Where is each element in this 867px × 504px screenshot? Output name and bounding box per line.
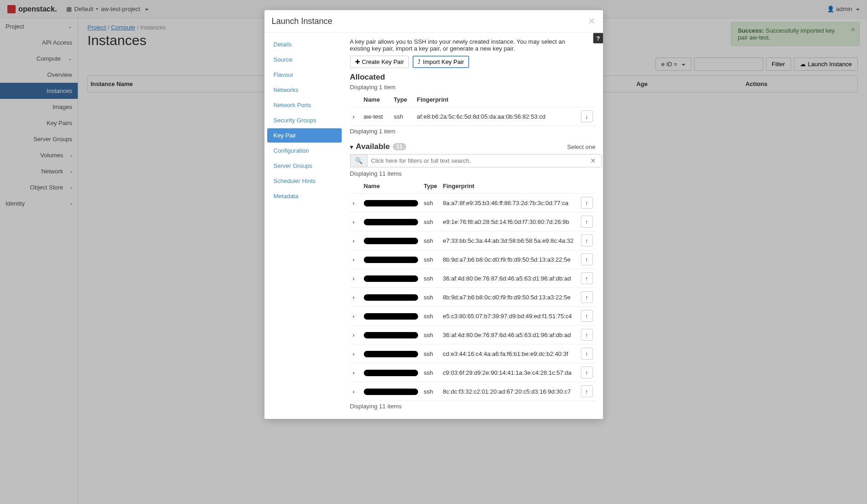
- allocated-table: NameTypeFingerprint ›aw-testsshaf:e8:b6:…: [350, 92, 596, 126]
- select-one-label: Select one: [567, 143, 595, 150]
- keypair-name: [361, 307, 421, 326]
- keypair-type: ssh: [421, 344, 440, 363]
- available-row: ›ssh8b:9d:a7:b6:b8:0c:d0:f9:fb:d9:50:5d:…: [350, 250, 596, 269]
- chevron-right-icon[interactable]: ›: [353, 113, 358, 120]
- keypair-fingerprint: 36:af:4d:80:0e:76:87:6d:46:a5:63:d1:96:a…: [440, 269, 577, 288]
- wizard-step-key-pair[interactable]: Key Pair: [267, 128, 342, 143]
- chevron-right-icon[interactable]: ›: [353, 369, 358, 376]
- wizard-step-networks[interactable]: Networks: [267, 83, 342, 97]
- allocate-button[interactable]: ↑: [581, 216, 593, 228]
- allocate-button[interactable]: ↑: [581, 329, 593, 341]
- chevron-right-icon[interactable]: ›: [353, 218, 358, 225]
- import-key-pair-button[interactable]: ⤴ Import Key Pair: [413, 56, 469, 68]
- available-row: ›sshe7:33:bb:5c:3a:44:ab:3d:58:b6:58:5a:…: [350, 231, 596, 250]
- chevron-right-icon[interactable]: ›: [353, 275, 358, 282]
- available-row: ›sshe9:1e:76:f8:a0:28:5d:14:f6:0d:f7:30:…: [350, 212, 596, 231]
- wizard-step-details[interactable]: Details: [267, 37, 342, 52]
- keypair-type: ssh: [391, 107, 414, 126]
- keypair-type: ssh: [421, 326, 440, 344]
- available-heading: Available: [356, 142, 390, 151]
- column-header: Type: [391, 92, 414, 107]
- keypair-type: ssh: [421, 194, 440, 212]
- allocated-count-bottom: Displaying 1 item: [350, 128, 596, 135]
- allocate-button[interactable]: ↑: [581, 348, 593, 360]
- wizard-step-security-groups[interactable]: Security Groups: [267, 113, 342, 127]
- modal-title: Launch Instance: [272, 17, 333, 26]
- wizard-step-configuration[interactable]: Configuration: [267, 143, 342, 158]
- keypair-fingerprint: 8c:dc:f3:32:c2:01:20:ad:67:20:c5:d3:16:9…: [440, 382, 577, 401]
- wizard-step-flavour[interactable]: Flavour: [267, 68, 342, 82]
- column-header: Fingerprint: [440, 179, 577, 194]
- allocate-button[interactable]: ↑: [581, 310, 593, 322]
- plus-icon: ✚: [355, 58, 360, 65]
- keypair-type: ssh: [421, 212, 440, 231]
- wizard-step-server-groups[interactable]: Server Groups: [267, 159, 342, 173]
- allocate-button[interactable]: ↑: [581, 253, 593, 265]
- help-icon[interactable]: ?: [593, 33, 603, 44]
- available-row: ›ssh8b:9d:a7:b6:b8:0c:d0:f9:fb:d9:50:5d:…: [350, 288, 596, 307]
- keypair-name: [361, 231, 421, 250]
- keypair-fingerprint: e9:1e:76:f8:a0:28:5d:14:f6:0d:f7:30:80:7…: [440, 212, 577, 231]
- keypair-type: ssh: [421, 231, 440, 250]
- keypair-fingerprint: 8a:a7:8f:e9:35:b3:46:ff:86:73:2d:7b:3c:0…: [440, 194, 577, 212]
- available-row: ›ssh36:af:4d:80:0e:76:87:6d:46:a5:63:d1:…: [350, 269, 596, 288]
- column-header: Fingerprint: [414, 92, 577, 107]
- allocated-count-top: Displaying 1 item: [350, 84, 596, 91]
- search-icon: 🔍: [350, 154, 367, 167]
- keypair-name: [361, 363, 421, 382]
- keypair-fingerprint: c9:03:6f:29:d9:2e:90:14:41:1a:3e:c4:28:1…: [440, 363, 577, 382]
- keypair-name: [361, 269, 421, 288]
- keypair-name: [361, 382, 421, 401]
- keypair-fingerprint: af:e8:b6:2a:5c:6c:5d:8d:05:da:aa:0b:56:8…: [414, 107, 577, 126]
- modal-overlay: Launch Instance ✕ DetailsSourceFlavourNe…: [0, 0, 867, 504]
- keypair-type: ssh: [421, 307, 440, 326]
- deallocate-button[interactable]: ↓: [581, 110, 593, 122]
- chevron-right-icon[interactable]: ›: [353, 332, 358, 338]
- allocate-button[interactable]: ↑: [581, 197, 593, 209]
- chevron-down-icon[interactable]: ▾: [350, 143, 353, 150]
- allocate-button[interactable]: ↑: [581, 235, 593, 246]
- step-description: A key pair allows you to SSH into your n…: [350, 38, 596, 52]
- keypair-name: [361, 194, 421, 212]
- create-key-pair-button[interactable]: ✚ Create Key Pair: [350, 56, 409, 68]
- available-count-bottom: Displaying 11 items: [350, 403, 596, 410]
- allocate-button[interactable]: ↑: [581, 291, 593, 303]
- keypair-fingerprint: e7:33:bb:5c:3a:44:ab:3d:58:b6:58:5a:e9:8…: [440, 231, 577, 250]
- allocate-button[interactable]: ↑: [581, 385, 593, 397]
- wizard-step-metadata[interactable]: Metadata: [267, 189, 342, 203]
- allocate-button[interactable]: ↑: [581, 367, 593, 378]
- keypair-name: [361, 344, 421, 363]
- keypair-type: ssh: [421, 363, 440, 382]
- chevron-right-icon[interactable]: ›: [353, 388, 358, 395]
- available-row: ›sshe5:c3:80:65:07:b7:39:97:d9:bd:49:ed:…: [350, 307, 596, 326]
- allocate-button[interactable]: ↑: [581, 272, 593, 284]
- chevron-right-icon[interactable]: ›: [353, 200, 358, 206]
- wizard-step-scheduler-hints[interactable]: Scheduler Hints: [267, 174, 342, 188]
- available-count-badge: 11: [393, 143, 406, 150]
- allocated-heading: Allocated: [350, 73, 596, 82]
- wizard-nav: DetailsSourceFlavourNetworksNetwork Port…: [264, 33, 345, 419]
- column-header: Name: [361, 92, 391, 107]
- available-search-input[interactable]: [367, 154, 602, 167]
- launch-instance-modal: Launch Instance ✕ DetailsSourceFlavourNe…: [264, 10, 603, 419]
- column-header: Name: [361, 179, 421, 194]
- wizard-content: ? A key pair allows you to SSH into your…: [345, 33, 603, 419]
- available-row: ›sshcd:e3:44:16:c4:4a:a6:fa:f6:b1:be:e9:…: [350, 344, 596, 363]
- allocated-row: ›aw-testsshaf:e8:b6:2a:5c:6c:5d:8d:05:da…: [350, 107, 596, 126]
- clear-search-icon[interactable]: ✕: [591, 157, 596, 164]
- keypair-fingerprint: 8b:9d:a7:b6:b8:0c:d0:f9:fb:d9:50:5d:13:a…: [440, 250, 577, 269]
- available-row: ›ssh8a:a7:8f:e9:35:b3:46:ff:86:73:2d:7b:…: [350, 194, 596, 212]
- close-icon[interactable]: ✕: [588, 16, 596, 27]
- column-header: Type: [421, 179, 440, 194]
- available-row: ›ssh36:af:4d:80:0e:76:87:6d:46:a5:63:d1:…: [350, 326, 596, 344]
- chevron-right-icon[interactable]: ›: [353, 294, 358, 301]
- wizard-step-network-ports[interactable]: Network Ports: [267, 98, 342, 112]
- chevron-right-icon[interactable]: ›: [353, 313, 358, 320]
- chevron-right-icon[interactable]: ›: [353, 350, 358, 357]
- keypair-fingerprint: 8b:9d:a7:b6:b8:0c:d0:f9:fb:d9:50:5d:13:a…: [440, 288, 577, 307]
- chevron-right-icon[interactable]: ›: [353, 256, 358, 263]
- keypair-type: ssh: [421, 269, 440, 288]
- available-table: NameTypeFingerprint ›ssh8a:a7:8f:e9:35:b…: [350, 179, 596, 401]
- wizard-step-source[interactable]: Source: [267, 52, 342, 67]
- chevron-right-icon[interactable]: ›: [353, 237, 358, 244]
